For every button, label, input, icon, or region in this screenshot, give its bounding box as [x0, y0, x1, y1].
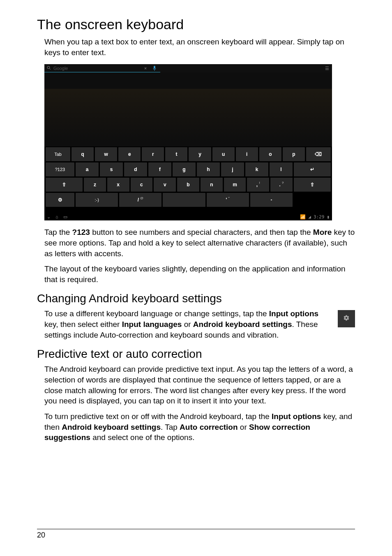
key-f[interactable]: f — [148, 162, 171, 176]
background-image — [44, 89, 332, 142]
intro-paragraph: When you tap a text box to enter text, a… — [37, 37, 355, 58]
tap-123-paragraph: Tap the ?123 button to see numbers and s… — [37, 227, 355, 259]
key-q[interactable]: q — [71, 147, 94, 161]
key-g[interactable]: g — [173, 162, 196, 176]
page-footer: 20 — [37, 529, 355, 540]
key-n[interactable]: n — [201, 178, 223, 192]
key-enter[interactable]: ↵ — [294, 162, 331, 176]
predictive-paragraph-1: The Android keyboard can provide predict… — [37, 364, 355, 406]
signal-icon: ◢ — [308, 214, 311, 220]
key-x[interactable]: x — [107, 178, 129, 192]
key-u[interactable]: u — [212, 147, 235, 161]
key-e[interactable]: e — [118, 147, 141, 161]
key-shift-right[interactable]: ⇧ — [294, 178, 331, 192]
key-a[interactable]: a — [76, 162, 99, 176]
gear-icon — [343, 315, 350, 323]
search-bar[interactable]: Google × — [44, 65, 160, 72]
key-symbols[interactable]: ?123 — [46, 162, 74, 176]
svg-point-0 — [47, 66, 50, 69]
key-space[interactable] — [163, 193, 205, 207]
key-h[interactable]: h — [197, 162, 220, 176]
key-k[interactable]: k — [245, 162, 268, 176]
page-number: 20 — [37, 531, 45, 539]
predictive-paragraph-2: To turn predictive text on or off with t… — [37, 411, 355, 443]
key-comma[interactable]: ,! — [247, 178, 269, 192]
wifi-icon: 📶 — [300, 214, 306, 220]
key-w[interactable]: w — [95, 147, 117, 161]
key-tab[interactable]: Tab — [46, 147, 70, 161]
key-l[interactable]: l — [270, 162, 293, 176]
changing-paragraph: To use a different keyboard language or … — [37, 308, 333, 340]
key-backspace[interactable]: ⌫ — [306, 147, 331, 161]
key-d[interactable]: d — [124, 162, 147, 176]
key-b[interactable]: b — [177, 178, 199, 192]
key-s[interactable]: s — [100, 162, 123, 176]
keyboard-screenshot: Google × ☰ Tab q w e r t y — [44, 64, 332, 220]
key-r[interactable]: r — [142, 147, 164, 161]
svg-rect-2 — [154, 66, 155, 69]
key-i[interactable]: i — [236, 147, 258, 161]
layout-paragraph: The layout of the keyboard varies slight… — [37, 264, 355, 285]
svg-line-1 — [50, 68, 51, 70]
home-icon[interactable]: ⌂ — [55, 214, 58, 219]
key-m[interactable]: m — [224, 178, 246, 192]
key-z[interactable]: z — [84, 178, 106, 192]
key-shift-left[interactable]: ⇧ — [46, 178, 83, 192]
key-t[interactable]: t — [165, 147, 187, 161]
key-period[interactable]: .? — [270, 178, 293, 192]
heading-changing-settings: Changing Android keyboard settings — [37, 292, 355, 305]
menu-icon[interactable]: ☰ — [324, 65, 330, 72]
onscreen-keyboard: Tab q w e r t y u i o p ⌫ ?123 a s — [44, 146, 332, 213]
key-y[interactable]: y — [189, 147, 211, 161]
settings-key-badge — [338, 310, 355, 327]
clear-icon[interactable]: × — [142, 65, 149, 72]
recent-apps-icon[interactable]: ▭ — [63, 214, 67, 220]
clock-time: 3:29 — [314, 214, 325, 220]
key-v[interactable]: v — [154, 178, 176, 192]
key-dash[interactable]: - — [250, 193, 293, 207]
key-p[interactable]: p — [283, 147, 305, 161]
key-settings-gear[interactable]: ⚙ — [46, 193, 74, 207]
key-o[interactable]: o — [259, 147, 281, 161]
mic-icon[interactable] — [151, 65, 158, 72]
collapse-icon[interactable]: ⌄ — [47, 214, 51, 220]
battery-icon: ▮ — [327, 214, 330, 220]
key-j[interactable]: j — [221, 162, 244, 176]
key-slash[interactable]: /@ — [119, 193, 161, 207]
search-placeholder: Google — [53, 66, 140, 71]
android-navbar: ⌄ ⌂ ▭ 📶 ◢ 3:29 ▮ — [44, 213, 332, 220]
heading-onscreen-keyboard: The onscreen keyboard — [37, 16, 355, 32]
key-smiley[interactable]: :-) — [76, 193, 118, 207]
search-icon — [47, 66, 51, 71]
key-c[interactable]: c — [131, 178, 153, 192]
heading-predictive: Predictive text or auto correction — [37, 348, 355, 361]
key-apostrophe[interactable]: '" — [207, 193, 249, 207]
key-blank — [294, 193, 331, 207]
